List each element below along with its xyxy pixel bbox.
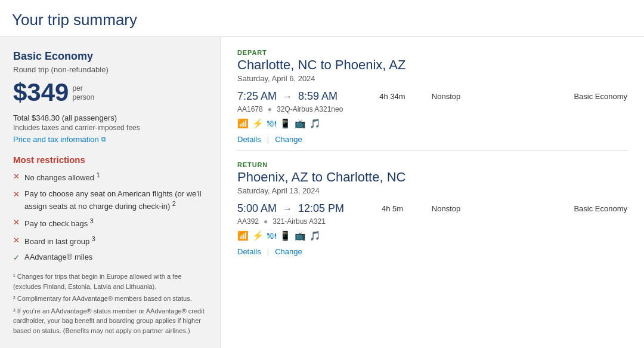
return-amenities: 📶 ⚡ 🍽 📱 📺 🎵 [237, 230, 627, 241]
return-date: Saturday, April 13, 2024 [237, 186, 627, 195]
price-row: $349 per person [13, 80, 207, 105]
depart-nonstop: Nonstop [416, 92, 476, 101]
return-fare-class: Basic Economy [476, 204, 627, 213]
depart-fare-class: Basic Economy [476, 92, 627, 101]
page-title: Your trip summary [0, 0, 644, 37]
fare-title: Basic Economy [13, 50, 207, 63]
depart-date: Saturday, April 6, 2024 [237, 74, 627, 83]
includes-label: Includes taxes and carrier-imposed fees [13, 124, 207, 132]
return-duration: 4h 5m [369, 204, 416, 213]
x-icon: ✕ [13, 235, 20, 246]
total-label: Total $348.30 (all passengers) [13, 113, 207, 122]
arrow-icon: → [283, 204, 292, 214]
restriction-item: ✕ Pay to choose any seat on American fli… [13, 189, 207, 213]
return-route: Phoenix, AZ to Charlotte, NC [237, 170, 627, 185]
return-flight-row: 5:00 AM → 12:05 PM 4h 5m Nonstop Basic E… [237, 202, 627, 215]
food-icon: 🍽 [267, 118, 276, 129]
return-aircraft: 321-Airbus A321 [273, 217, 326, 226]
external-link-icon: ⧉ [101, 135, 106, 143]
arrive-time: 8:59 AM [298, 90, 338, 103]
x-icon: ✕ [13, 189, 20, 200]
right-panel: DEPART Charlotte, NC to Phoenix, AZ Satu… [221, 37, 644, 348]
price-amount: $349 [13, 80, 69, 105]
depart-meta: AA1678 ● 32Q-Airbus A321neo [237, 105, 627, 113]
x-icon: ✕ [13, 171, 20, 182]
music-icon: 🎵 [309, 118, 321, 129]
return-flight-number: AA392 [237, 217, 259, 226]
power-icon: ⚡ [252, 118, 264, 129]
depart-direction-label: DEPART [237, 49, 627, 56]
depart-details-link[interactable]: Details [237, 135, 261, 144]
tv-icon: 📺 [295, 230, 306, 241]
depart-duration: 4h 34m [369, 92, 416, 101]
footnotes: ¹ Changes for trips that begin in Europe… [13, 272, 207, 335]
arrow-icon: → [283, 91, 292, 102]
depart-section: DEPART Charlotte, NC to Phoenix, AZ Satu… [237, 49, 627, 144]
return-actions: Details | Change [237, 247, 627, 256]
depart-time: 7:25 AM [237, 90, 277, 103]
device-icon: 📱 [280, 230, 291, 241]
x-icon: ✕ [13, 217, 20, 228]
depart-amenities: 📶 ⚡ 🍽 📱 📺 🎵 [237, 118, 627, 129]
return-meta: AA392 ● 321-Airbus A321 [237, 217, 627, 226]
depart-flight-row: 7:25 AM → 8:59 AM 4h 34m Nonstop Basic E… [237, 90, 627, 103]
restriction-item: ✕ Pay to check bags 3 [13, 217, 207, 230]
tv-icon: 📺 [295, 118, 306, 129]
price-tax-link[interactable]: Price and tax information ⧉ [13, 135, 106, 144]
return-arrive-time: 12:05 PM [298, 202, 344, 215]
depart-change-link[interactable]: Change [275, 135, 302, 144]
music-icon: 🎵 [309, 230, 321, 241]
depart-times: 7:25 AM → 8:59 AM [237, 90, 369, 103]
power-icon: ⚡ [252, 230, 264, 241]
return-depart-time: 5:00 AM [237, 202, 277, 215]
return-section: RETURN Phoenix, AZ to Charlotte, NC Satu… [237, 150, 627, 256]
depart-aircraft: 32Q-Airbus A321neo [277, 105, 343, 113]
depart-actions: Details | Change [237, 135, 627, 144]
return-times: 5:00 AM → 12:05 PM [237, 202, 369, 215]
depart-flight-number: AA1678 [237, 105, 263, 113]
restriction-item: ✕ No changes allowed 1 [13, 171, 207, 184]
depart-route: Charlotte, NC to Phoenix, AZ [237, 57, 627, 73]
round-trip-label: Round trip (non-refundable) [13, 65, 207, 74]
wifi-icon: 📶 [237, 118, 249, 129]
wifi-icon: 📶 [237, 230, 249, 241]
check-icon: ✓ [13, 252, 20, 263]
return-details-link[interactable]: Details [237, 247, 261, 256]
return-nonstop: Nonstop [416, 204, 476, 213]
advantage-miles-item: ✓ AAdvantage® miles [13, 252, 207, 263]
restriction-item: ✕ Board in last group 3 [13, 235, 207, 248]
return-change-link[interactable]: Change [275, 247, 302, 256]
return-direction-label: RETURN [237, 161, 627, 168]
price-per: per person [72, 84, 94, 105]
device-icon: 📱 [280, 118, 291, 129]
food-icon: 🍽 [267, 230, 276, 241]
left-panel: Basic Economy Round trip (non-refundable… [0, 37, 221, 348]
restrictions-title: Most restrictions [13, 155, 207, 165]
